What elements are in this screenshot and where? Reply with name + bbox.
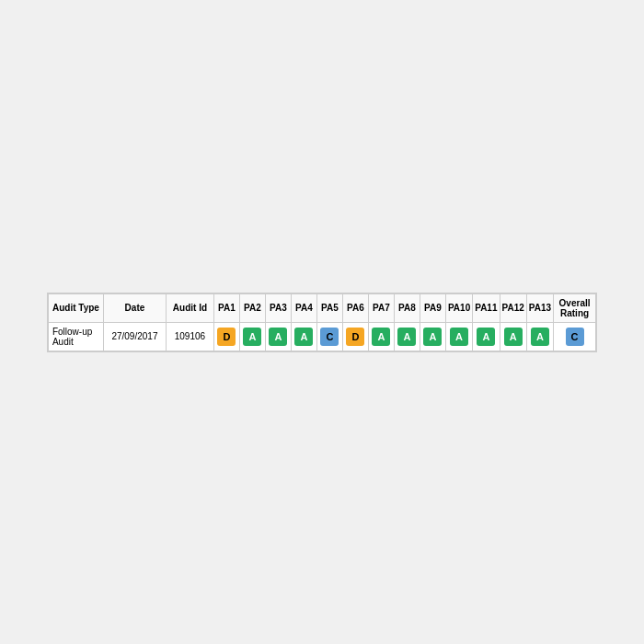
header-audit-type: Audit Type: [48, 293, 103, 322]
audit-table-container: Audit Type Date Audit Id PA1 PA2 PA3 PA4…: [47, 293, 597, 352]
header-pa12: PA12: [500, 293, 526, 322]
cell-date: 27/09/2017: [103, 322, 166, 351]
cell-pa7: A: [368, 322, 394, 351]
cell-pa12: A: [500, 322, 526, 351]
header-pa4: PA4: [291, 293, 316, 322]
header-pa5: PA5: [316, 293, 342, 322]
cell-overall-rating: C: [554, 322, 596, 351]
cell-pa5: C: [316, 322, 342, 351]
header-pa10: PA10: [445, 293, 472, 322]
cell-pa1: D: [213, 322, 239, 351]
header-pa2: PA2: [239, 293, 265, 322]
cell-audit-type: Follow-up Audit: [48, 322, 103, 351]
cell-pa6: D: [342, 322, 368, 351]
header-pa3: PA3: [265, 293, 291, 322]
table-header-row: Audit Type Date Audit Id PA1 PA2 PA3 PA4…: [48, 293, 595, 322]
header-audit-id: Audit Id: [166, 293, 213, 322]
header-pa1: PA1: [213, 293, 239, 322]
cell-pa9: A: [420, 322, 445, 351]
header-pa11: PA11: [473, 293, 500, 322]
cell-audit-id: 109106: [166, 322, 213, 351]
header-pa6: PA6: [342, 293, 368, 322]
header-pa8: PA8: [394, 293, 420, 322]
header-date: Date: [103, 293, 166, 322]
cell-pa13: A: [526, 322, 553, 351]
cell-pa4: A: [291, 322, 316, 351]
cell-pa10: A: [445, 322, 472, 351]
header-pa13: PA13: [526, 293, 553, 322]
header-pa7: PA7: [368, 293, 394, 322]
cell-pa2: A: [239, 322, 265, 351]
header-overall-rating: Overall Rating: [554, 293, 596, 322]
cell-pa11: A: [473, 322, 500, 351]
cell-pa8: A: [394, 322, 420, 351]
table-row: Follow-up Audit27/09/2017109106DAAACDAAA…: [48, 322, 595, 351]
audit-table: Audit Type Date Audit Id PA1 PA2 PA3 PA4…: [48, 293, 596, 351]
header-pa9: PA9: [420, 293, 445, 322]
table-body: Follow-up Audit27/09/2017109106DAAACDAAA…: [48, 322, 595, 351]
cell-pa3: A: [265, 322, 291, 351]
